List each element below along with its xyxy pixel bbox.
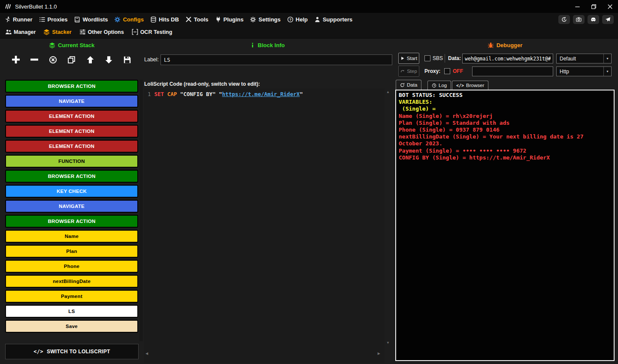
log-line: Payment (Single) = •••• •••• •••• 9672 [399,147,606,154]
start-button[interactable]: Start [398,53,419,64]
chevron-down-icon: ▼ [603,67,611,76]
menu-proxies[interactable]: Proxies [39,16,68,23]
debugger-log[interactable]: BOT STATUS: SUCCESS VARIABLES: (Single) … [395,90,615,361]
menu-runner[interactable]: Runner [4,16,33,23]
block-info-header: Block Info [142,40,393,50]
menu-settings[interactable]: Settings [250,16,280,23]
proxy-type-value: Http [557,69,603,75]
clone-block-button[interactable] [66,54,77,65]
current-stack-header: Current Stack [4,40,139,50]
proxy-checkbox[interactable] [444,68,450,74]
code-vertical-scrollbar[interactable]: ▲ ▼ [385,89,391,346]
maximize-button[interactable] [585,0,602,13]
switch-to-loliscript-button[interactable]: </> SWITCH TO LOLISCRIPT [5,344,139,359]
code-token: " [219,91,222,97]
layers-icon [43,29,50,35]
label-input[interactable] [161,54,392,65]
tab-other-options-label: Other Options [88,29,124,35]
stack-toolbar [4,51,139,69]
proxy-type-dropdown[interactable]: Http ▼ [556,66,612,76]
proxy-input[interactable] [472,66,553,76]
menu-configs[interactable]: Configs [114,16,143,23]
stack-block[interactable]: ELEMENT ACTION [5,110,138,123]
history-clock-icon [561,17,567,22]
code-icon: </> [33,349,43,355]
stack-block[interactable]: NAVIGATE [5,200,138,213]
settings-gear-icon [250,16,256,23]
menu-wordlists[interactable]: Wordlists [74,16,108,23]
tab-stacker[interactable]: Stacker [43,29,71,35]
clear-stack-button[interactable] [48,54,59,65]
code-token: " [300,91,303,97]
window-title: SilverBullet 1.1.0 [15,3,57,10]
scroll-left-icon[interactable]: ◀ [145,352,148,355]
database-icon [150,16,157,23]
stack-block[interactable]: ELEMENT ACTION [5,140,138,153]
stack-block[interactable]: Name [5,230,138,243]
minimize-button[interactable] [569,0,585,13]
stack-block[interactable]: Payment [5,290,138,303]
scroll-down-icon[interactable]: ▼ [386,341,390,345]
tab-stacker-label: Stacker [52,29,71,35]
save-config-button[interactable] [122,54,133,65]
log-line: Phone (Single) = 0937 879 0146 [399,126,606,133]
code-horizontal-scrollbar[interactable]: ◀ ▶ [144,350,382,356]
wordlist-type-dropdown[interactable]: Default ▼ [556,54,612,63]
people-icon [5,29,12,35]
menu-wordlists-label: Wordlists [82,16,108,23]
stack-block[interactable]: Phone [5,260,138,273]
code-tokens: SET CAP "CONFIG BY" "https://t.me/Amir_R… [154,90,303,98]
sbs-checkbox[interactable] [424,55,430,61]
tab-log[interactable]: Log [427,81,451,90]
menu-supporters[interactable]: Supporters [314,16,352,23]
tab-other-options[interactable]: Other Options [79,29,124,35]
telegram-button[interactable] [602,15,614,24]
screenshot-button[interactable] [573,15,585,24]
scroll-up-icon[interactable]: ▲ [386,90,390,94]
menu-hits-db[interactable]: Hits DB [150,16,179,23]
data-input[interactable] [462,54,553,63]
stack-block[interactable]: LS [5,305,138,318]
scroll-right-icon[interactable]: ▶ [378,352,380,355]
stack-block[interactable]: BROWSER ACTION [5,170,138,183]
start-button-label: Start [407,56,417,61]
code-token: "CONFIG BY" [180,91,219,97]
stack-block[interactable]: BROWSER ACTION [5,215,138,228]
step-button-label: Step [407,69,417,74]
loliscript-code-caption: LoliScript Code (read-only, switch view … [144,81,260,87]
backup-history-button[interactable] [558,15,570,24]
stack-block[interactable]: NAVIGATE [5,95,138,108]
stack-block[interactable]: KEY CHECK [5,185,138,198]
clock-icon [432,83,436,88]
menu-tools[interactable]: Tools [185,16,209,23]
code-line: 1 SET CAP "CONFIG BY" "https://t.me/Amir… [144,90,385,98]
move-up-button[interactable] [85,54,96,65]
loliscript-code-view[interactable]: 1 SET CAP "CONFIG BY" "https://t.me/Amir… [144,89,385,363]
tab-ocr-testing[interactable]: OCR Testing [132,29,173,35]
stack-block[interactable]: nextBillingDate [5,275,138,288]
stack-block[interactable]: BROWSER ACTION [5,80,138,93]
menu-supporters-label: Supporters [323,16,352,23]
book-icon [74,16,80,23]
code-token-link[interactable]: https://t.me/Amir_RiderX [222,91,300,97]
step-button[interactable]: Step [398,66,419,77]
stack-block[interactable]: FUNCTION [5,155,138,168]
remove-block-button[interactable] [29,54,40,65]
stack-scrollbar[interactable] [139,80,143,341]
minimize-icon [574,3,581,10]
stack-block[interactable]: Plan [5,245,138,258]
proxies-list-icon [39,16,45,23]
move-down-button[interactable] [103,54,115,65]
stack-block[interactable]: Save [5,320,138,333]
menu-plugins[interactable]: Plugins [215,16,244,23]
supporter-person-icon [314,16,321,23]
arrow-down-icon [105,56,113,64]
stack-block[interactable]: ELEMENT ACTION [5,125,138,138]
add-block-button[interactable] [10,54,21,65]
menu-help[interactable]: Help [287,16,308,23]
tab-browser[interactable]: </>Browser [452,81,488,90]
discord-button[interactable] [588,15,599,24]
tab-manager[interactable]: Manager [5,29,36,35]
tab-data[interactable]: Data [396,80,421,90]
close-button[interactable] [602,0,618,13]
